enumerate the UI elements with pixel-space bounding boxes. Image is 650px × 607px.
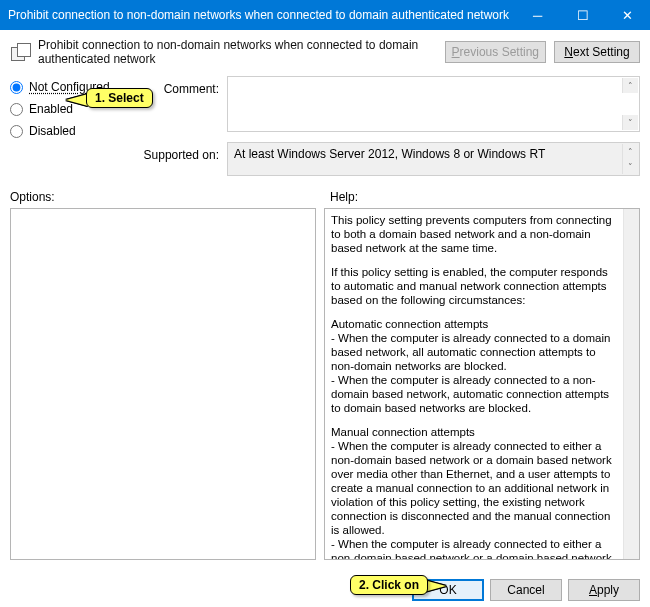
options-label: Options:	[10, 190, 310, 204]
help-p: - When the computer is already connected…	[331, 331, 619, 373]
cancel-label: Cancel	[507, 583, 544, 597]
apply-label: Apply	[589, 583, 619, 597]
help-h: Automatic connection attempts	[331, 317, 619, 331]
apply-button[interactable]: Apply	[568, 579, 640, 601]
chevron-up-icon[interactable]: ˄	[622, 144, 638, 159]
header-row: Prohibit connection to non-domain networ…	[0, 30, 650, 72]
help-text: This policy setting prevents computers f…	[325, 209, 639, 559]
window-title: Prohibit connection to non-domain networ…	[8, 8, 515, 22]
help-p: - When the computer is already connected…	[331, 373, 619, 415]
supported-on-text: At least Windows Server 2012, Windows 8 …	[234, 147, 545, 161]
supported-label: Supported on:	[135, 142, 219, 176]
help-p: - When the computer is already connected…	[331, 537, 619, 559]
cancel-button[interactable]: Cancel	[490, 579, 562, 601]
comment-spinner[interactable]: ˄˅	[622, 78, 638, 130]
help-p: If this policy setting is enabled, the c…	[331, 265, 619, 307]
panel-headers: Options: Help:	[0, 176, 650, 208]
close-button[interactable]: ✕	[605, 0, 650, 30]
options-panel	[10, 208, 316, 560]
callout-1: 1. Select	[86, 88, 153, 108]
panels: This policy setting prevents computers f…	[0, 208, 650, 560]
policy-icon	[10, 43, 30, 61]
help-p: This policy setting prevents computers f…	[331, 213, 619, 255]
next-setting-label: Next Setting	[564, 45, 629, 59]
help-h: Manual connection attempts	[331, 425, 619, 439]
radio-not-configured-input[interactable]	[10, 81, 23, 94]
scrollbar-track[interactable]	[623, 209, 639, 559]
chevron-down-icon[interactable]: ˅	[622, 115, 638, 130]
radio-disabled[interactable]: Disabled	[10, 124, 125, 138]
help-panel: This policy setting prevents computers f…	[324, 208, 640, 560]
previous-setting-label: Previous Setting	[452, 45, 539, 59]
dialog-buttons: OK Cancel Apply	[412, 579, 640, 601]
comment-textbox[interactable]: ˄˅	[227, 76, 640, 132]
radio-disabled-label: Disabled	[29, 124, 76, 138]
callout-1-arrow-icon	[66, 94, 88, 106]
supported-on-box: At least Windows Server 2012, Windows 8 …	[227, 142, 640, 176]
titlebar: Prohibit connection to non-domain networ…	[0, 0, 650, 30]
help-p: - When the computer is already connected…	[331, 439, 619, 537]
maximize-button[interactable]: ☐	[560, 0, 605, 30]
help-label: Help:	[330, 190, 358, 204]
chevron-down-icon[interactable]: ˅	[622, 159, 638, 174]
callout-2: 2. Click on	[350, 575, 428, 595]
radio-enabled-input[interactable]	[10, 103, 23, 116]
supported-spinner[interactable]: ˄˅	[622, 144, 638, 174]
chevron-up-icon[interactable]: ˄	[622, 78, 638, 93]
policy-title: Prohibit connection to non-domain networ…	[38, 38, 437, 66]
next-setting-button[interactable]: Next Setting	[554, 41, 640, 63]
previous-setting-button[interactable]: Previous Setting	[445, 41, 546, 63]
minimize-button[interactable]: ─	[515, 0, 560, 30]
radio-disabled-input[interactable]	[10, 125, 23, 138]
